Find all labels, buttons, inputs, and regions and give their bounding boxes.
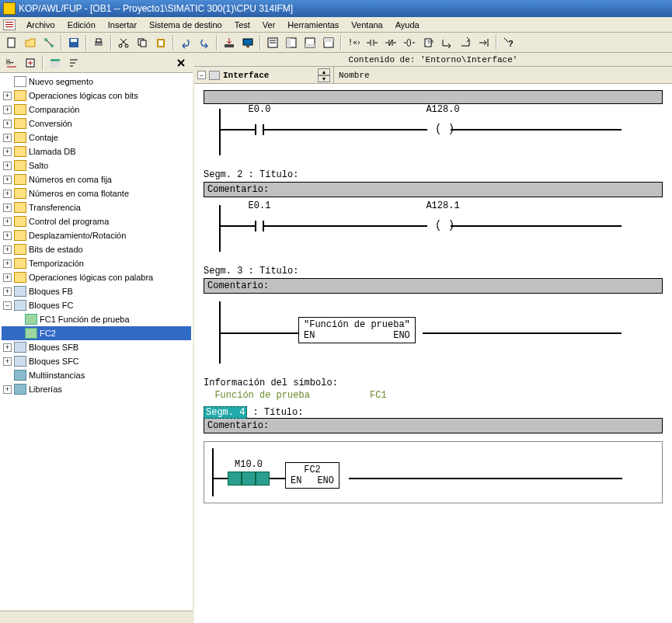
monitor-button[interactable] [239, 34, 256, 51]
expand-icon[interactable]: + [3, 245, 12, 254]
tree-item[interactable]: +Librerías [2, 382, 191, 396]
menu-herramientas[interactable]: Herramientas [281, 19, 345, 31]
menu-ayuda[interactable]: Ayuda [389, 19, 426, 31]
tree-item[interactable]: +Conversión [2, 117, 191, 131]
expand-icon[interactable]: + [3, 357, 12, 366]
tree-item[interactable]: +Transferencia [2, 200, 191, 214]
tree-item[interactable]: +Comparación [2, 103, 191, 117]
tree-item[interactable]: +Desplazamiento/Rotación [2, 228, 191, 242]
insert-line-button[interactable]: !«»! [345, 34, 362, 51]
menu-insertar[interactable]: Insertar [102, 19, 143, 31]
print-button[interactable] [90, 34, 107, 51]
download-button[interactable] [221, 34, 238, 51]
view3-button[interactable] [320, 34, 337, 51]
coil-a1280[interactable]: A128.0 ( ) [427, 117, 458, 140]
tree-item[interactable]: +Control del programa [2, 214, 191, 228]
new-button[interactable] [3, 34, 20, 51]
expand-icon[interactable]: + [3, 204, 12, 212]
expand-icon[interactable]: + [3, 259, 12, 268]
minus-toggle-icon[interactable]: − [197, 71, 206, 79]
paste-button[interactable] [152, 34, 169, 51]
view2-button[interactable] [301, 34, 319, 51]
interface-selector[interactable]: − Interface ▲ ▼ [194, 67, 334, 83]
view1-button[interactable] [283, 34, 300, 51]
coil-a1281[interactable]: A128.1 ( ) [427, 213, 458, 236]
contact-button[interactable] [364, 34, 381, 51]
branch-open-button[interactable] [438, 34, 455, 51]
tree-item[interactable]: +Números en coma fija [2, 172, 191, 186]
tree-item[interactable]: +Contaje [2, 131, 191, 144]
tree-item[interactable]: Nuevo segmento [2, 75, 191, 89]
prop-button[interactable] [264, 34, 281, 51]
expand-icon[interactable]: + [3, 148, 12, 156]
rung-seg3[interactable]: "Función de prueba" EN ENO [204, 301, 663, 364]
help-button[interactable]: ? [500, 34, 517, 51]
spin-up-icon[interactable]: ▲ [318, 68, 330, 75]
branch-close-button[interactable] [457, 34, 474, 51]
mem-block-m100[interactable]: M10.0 [228, 472, 270, 486]
interface-spinner[interactable]: ▲ ▼ [318, 68, 330, 82]
contact-e01[interactable]: E0.1 [244, 213, 275, 236]
tree-insert-button[interactable]: H↔ [3, 54, 20, 71]
tree-item[interactable]: +Llamada DB [2, 144, 191, 158]
expand-icon[interactable]: + [3, 106, 12, 114]
rung-seg2[interactable]: E0.1 A128.1 ( ) [204, 205, 663, 252]
save-button[interactable] [65, 34, 82, 51]
network-button[interactable] [40, 34, 57, 51]
seg3-comment-box[interactable]: Comentario: [204, 278, 663, 294]
undo-button[interactable] [177, 34, 194, 51]
contact-e00[interactable]: E0.0 [244, 117, 275, 140]
copy-button[interactable] [134, 34, 151, 51]
collapse-icon[interactable]: − [3, 301, 12, 310]
neg-contact-button[interactable] [382, 34, 399, 51]
expand-icon[interactable]: + [3, 134, 12, 142]
expand-icon[interactable]: + [3, 231, 12, 240]
tree-item[interactable]: +Bits de estado [2, 242, 191, 256]
cut-button[interactable] [115, 34, 132, 51]
menu-edicion[interactable]: Edición [61, 19, 102, 31]
tree-item[interactable]: +Bloques SFC [2, 354, 191, 368]
expand-icon[interactable]: + [3, 162, 12, 170]
redo-button[interactable] [196, 34, 213, 51]
rung-seg1[interactable]: E0.0 A128.0 ( ) [204, 109, 663, 155]
seg4-comment-box[interactable]: Comentario: [204, 418, 663, 433]
fblock-fc2[interactable]: FC2 EN ENO [285, 462, 339, 489]
tree-item[interactable]: +Bloques FB [2, 284, 191, 298]
fblock-fc1[interactable]: "Función de prueba" EN ENO [298, 317, 416, 343]
tree-hscroll[interactable] [0, 611, 193, 623]
expand-icon[interactable]: + [3, 92, 12, 100]
tree-item[interactable]: +Salto [2, 158, 191, 172]
menu-test[interactable]: Test [228, 19, 256, 31]
rung-seg4[interactable]: M10.0 FC2 EN ENO [204, 441, 663, 503]
menu-ver[interactable]: Ver [256, 19, 282, 31]
instruction-tree[interactable]: Nuevo segmento+Operaciones lógicas con b… [0, 73, 193, 611]
fblock-button[interactable]: ?? [420, 34, 437, 51]
tree-item[interactable]: +Operaciones lógicas con bits [2, 89, 191, 103]
tree-item[interactable]: Multiinstancias [2, 368, 191, 382]
open-button[interactable] [22, 34, 39, 51]
tree-sort-button[interactable] [65, 54, 82, 71]
tree-item[interactable]: +Bloques SFB [2, 340, 191, 354]
ladder-editor[interactable]: E0.0 A128.0 ( ) Segm. 2 : Título: Coment… [194, 84, 672, 623]
expand-icon[interactable]: + [3, 343, 12, 352]
menu-sistema[interactable]: Sistema de destino [143, 19, 228, 31]
tree-item[interactable]: −Bloques FC [2, 298, 191, 312]
tree-item[interactable]: +Números en coma flotante [2, 186, 191, 200]
expand-icon[interactable]: + [3, 385, 12, 394]
tree-item[interactable]: FC2 [2, 326, 191, 340]
tree-item[interactable]: FC1 Función de prueba [2, 312, 191, 326]
expand-icon[interactable]: + [3, 176, 12, 184]
expand-icon[interactable]: + [3, 190, 12, 198]
expand-icon[interactable]: + [3, 273, 12, 282]
connect-button[interactable] [475, 34, 493, 51]
tree-filter-button[interactable] [47, 54, 64, 71]
tree-item[interactable]: +Operaciones lógicas con palabra [2, 270, 191, 284]
menu-archivo[interactable]: Archivo [20, 19, 61, 31]
seg4-title-hl[interactable]: Segm. 4 [204, 406, 247, 419]
close-pane-button[interactable] [172, 54, 190, 71]
tree-item[interactable]: +Temporización [2, 256, 191, 270]
expand-icon[interactable]: + [3, 218, 12, 226]
coil-button[interactable]: () [401, 34, 418, 51]
menu-ventana[interactable]: Ventana [345, 19, 388, 31]
tree-add-button[interactable] [22, 54, 39, 71]
